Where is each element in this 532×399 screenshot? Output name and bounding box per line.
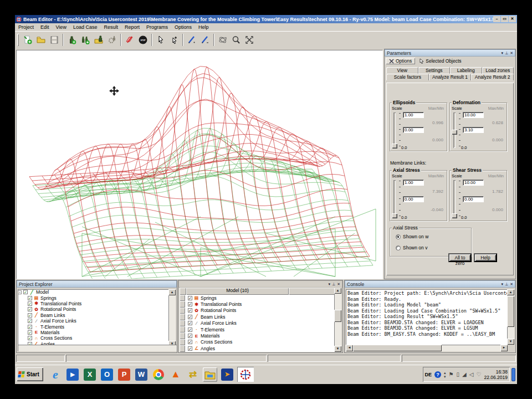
taskbar-commander-icon[interactable]: ➤	[220, 367, 234, 382]
checkbox[interactable]: ✓	[188, 302, 192, 306]
dock-close-icon[interactable]: ✕	[510, 51, 513, 55]
menu-project[interactable]: Project	[15, 24, 37, 30]
scroll-thumb[interactable]	[507, 296, 514, 327]
tree-label[interactable]: Translational Points	[40, 301, 81, 306]
select-add-button[interactable]	[167, 33, 181, 47]
project-explorer-header[interactable]: Project Explorer	[17, 280, 177, 288]
axial-stress-slider-thumb[interactable]	[392, 213, 397, 218]
language-indicator[interactable]: DE	[425, 372, 432, 377]
taskbar-mediaplayer-icon[interactable]: ▶	[65, 367, 80, 382]
scroll-up-icon[interactable]: ▲	[334, 288, 341, 294]
tab-labeling[interactable]: Labeling	[450, 67, 482, 74]
tree-vscrollbar[interactable]: ▲ ▼	[168, 289, 176, 347]
checkbox[interactable]: ✓	[188, 334, 192, 338]
row-label[interactable]: Beam Links	[201, 314, 225, 320]
checkbox[interactable]: ✓	[188, 308, 192, 313]
stop-button[interactable]: STOP	[136, 33, 150, 47]
checkbox[interactable]: ✓	[28, 336, 32, 340]
minimize-icon[interactable]: –	[493, 16, 500, 22]
clock[interactable]: 16:38 22.06.2019	[484, 369, 508, 380]
tree-label[interactable]: Cross Sections	[40, 335, 72, 341]
row-label[interactable]: T-Elements	[201, 327, 224, 332]
ellipsoids-max-input[interactable]	[403, 112, 424, 118]
tree-item[interactable]: ✓·T-Elements	[18, 324, 170, 329]
tab-options[interactable]: Options	[386, 58, 415, 64]
restore-icon[interactable]: ▭	[501, 16, 508, 22]
checkbox[interactable]: ✓	[28, 307, 32, 311]
taskbar-beam-editor-button[interactable]	[237, 367, 254, 382]
tree-hscrollbar[interactable]	[18, 345, 177, 351]
model-row[interactable]: ✓·T-Elements	[180, 326, 335, 332]
axial-stress-slider[interactable]	[393, 180, 396, 218]
menu-load-case[interactable]: Load Case	[70, 24, 101, 30]
row-label[interactable]: Materials	[201, 333, 219, 339]
tab-selected-objects[interactable]: Selected Objects	[416, 58, 464, 64]
model-row[interactable]: ✓✱Translational Points	[180, 301, 335, 307]
result-settings-button[interactable]	[105, 33, 119, 47]
tree-label[interactable]: Axial Force Links	[40, 318, 76, 324]
taskbar-ie-icon[interactable]: e	[48, 367, 63, 382]
tree-item[interactable]: ✓╱Beam Links	[18, 313, 170, 318]
ellipsoids-slider-thumb[interactable]	[392, 144, 397, 149]
checkbox[interactable]: ✓	[188, 346, 192, 351]
dock-pin-icon[interactable]: ⊥	[505, 282, 508, 287]
deformation-max-input[interactable]	[463, 112, 484, 118]
taskbar-files-icon[interactable]	[203, 367, 217, 382]
hidden-icons-toggle[interactable]: ▴▾	[444, 371, 446, 378]
dock-close-icon[interactable]: ✕	[337, 282, 340, 287]
dock-close-icon[interactable]: ✕	[510, 282, 513, 287]
model-column-header[interactable]: Model (10)	[186, 288, 289, 295]
network-tray-icon[interactable]: ♡	[476, 371, 481, 377]
select-cursor-button[interactable]	[154, 33, 167, 47]
checkbox[interactable]: ✓	[188, 340, 192, 344]
collapse-icon[interactable]: −	[18, 290, 22, 294]
scroll-thumb[interactable]	[353, 345, 442, 351]
add-load-cases-button[interactable]	[79, 33, 92, 47]
model-row[interactable]: ✓EMaterials	[180, 332, 335, 339]
taskbar-word-icon[interactable]: W	[134, 367, 149, 382]
row-label[interactable]: Axial Force Links	[201, 320, 237, 326]
signal-tray-icon[interactable]: ◢	[462, 371, 467, 377]
console-hscrollbar[interactable]: ◄ ►	[346, 345, 508, 351]
tree-label[interactable]: Beam Links	[40, 313, 65, 318]
model-table[interactable]: Model (10) ✓▤Springs ✓✱Translational Poi…	[180, 288, 335, 352]
new-model-button[interactable]	[21, 33, 34, 47]
menu-help[interactable]: Help	[195, 24, 212, 30]
radio-shown-on-v[interactable]: Shown on v	[396, 245, 427, 250]
scroll-up-icon[interactable]: ▲	[507, 289, 514, 295]
scroll-thumb[interactable]	[334, 310, 341, 322]
console-header[interactable]: Console ▾ ⊥ ✕	[345, 280, 515, 288]
tree-label[interactable]: T-Elements	[40, 324, 64, 330]
tab-analyze-result-1[interactable]: Analyze Result 1	[429, 74, 472, 80]
shear-stress-min-input[interactable]	[463, 196, 484, 202]
model-row[interactable]: ✓▤Springs	[180, 295, 335, 301]
checkbox[interactable]: ✓	[188, 296, 192, 300]
menu-edit[interactable]: Edit	[37, 24, 53, 30]
tree-label[interactable]: Rotational Points	[40, 306, 76, 312]
model-row[interactable]: ✓∠Angles	[180, 345, 335, 351]
project-tree[interactable]: − ✓ ╱ Model ✓▤Springs ✓✱Translational Po…	[18, 289, 170, 347]
dock-pin-icon[interactable]: ⊥	[332, 282, 335, 287]
model-row[interactable]: ✓∕Axial Force Links	[180, 320, 335, 326]
menu-result[interactable]: Result	[100, 24, 121, 30]
checkbox[interactable]: ✓	[28, 325, 32, 329]
checkbox[interactable]: ✓	[28, 330, 32, 335]
tree-label[interactable]: Materials	[40, 330, 59, 335]
checkbox[interactable]: ✓	[188, 315, 192, 319]
rotate-view-button[interactable]	[216, 33, 229, 47]
scroll-down-icon[interactable]: ▼	[334, 346, 341, 352]
tree-item[interactable]: ✓∩Cross Sections	[18, 335, 170, 341]
add-load-case-button[interactable]	[65, 33, 79, 47]
model-viewport[interactable]	[16, 50, 383, 279]
display-result-button[interactable]	[123, 33, 136, 47]
tree-item[interactable]: ✓✿Rotational Points	[18, 306, 170, 312]
tree-item[interactable]: ✓∕Axial Force Links	[18, 318, 170, 324]
menu-report[interactable]: Report	[121, 24, 143, 30]
toolbar-grip[interactable]	[17, 34, 19, 46]
ellipsoids-slider[interactable]	[393, 112, 396, 148]
model-row[interactable]: ✓∩Cross Sections	[180, 339, 335, 345]
scroll-down-icon[interactable]: ▼	[507, 339, 514, 345]
all-to-zero-button[interactable]: All to zero	[448, 253, 472, 262]
shear-stress-slider-thumb[interactable]	[452, 213, 457, 218]
tab-view[interactable]: View	[386, 67, 418, 74]
